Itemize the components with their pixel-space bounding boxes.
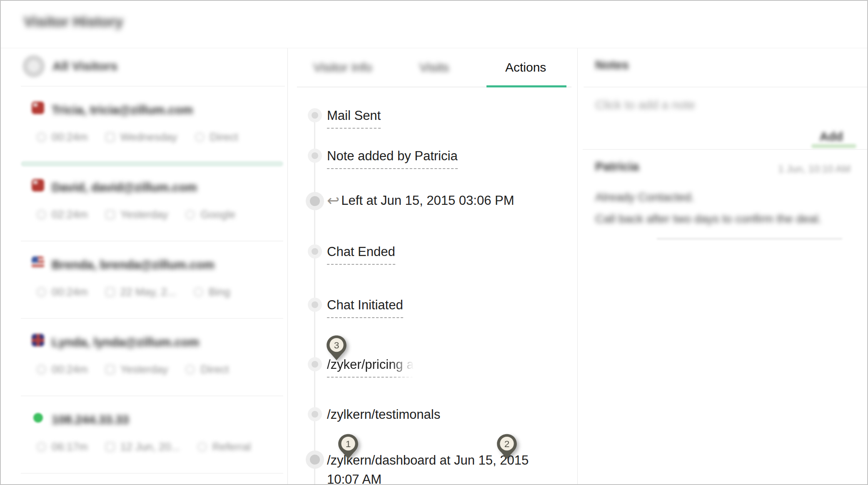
traffic-source-icon	[185, 210, 195, 219]
timeline-dot	[306, 450, 324, 469]
tab-visitor-info[interactable]: Visitor Info	[297, 48, 389, 87]
visitor-name: Lynda, lynda@zillum.com	[52, 336, 199, 349]
visitor-meta: 00:24m Yesterday Direct	[37, 363, 246, 376]
country-flag-icon	[32, 256, 44, 269]
timeline-item-left-at: ↩Left at Jun 15, 2015 03:06 PM	[327, 192, 514, 209]
visitor-list: Tricia, tricia@zillum.com 00:24m Wednesd…	[1, 87, 287, 474]
return-arrow-icon: ↩	[327, 192, 339, 209]
visitor-row-lynda[interactable]: Lynda, lynda@zillum.com 00:24m Yesterday…	[1, 319, 287, 396]
clock-icon	[37, 210, 46, 219]
last-visit: 22 May, 2...	[120, 286, 176, 298]
divider	[583, 149, 867, 150]
traffic-source-icon	[194, 287, 203, 297]
timeline-dot	[308, 407, 322, 421]
calendar-icon	[105, 442, 115, 452]
traffic-source: Referral	[212, 440, 251, 453]
visitor-name: Brenda, brenda@zillum.com	[52, 258, 215, 272]
visitor-name: Tricia, tricia@zillum.com	[52, 103, 193, 117]
timeline-dot	[308, 149, 322, 163]
traffic-source-icon	[195, 132, 205, 142]
visitor-history-window: Visitor History All Visitors Tricia, tri…	[0, 0, 868, 485]
visitor-name: David, david@zillum.com	[52, 181, 197, 194]
map-pin-icon-2[interactable]: 2	[496, 433, 518, 460]
timeline-dot	[308, 298, 322, 312]
last-visit: Yesterday	[120, 208, 168, 221]
last-visit: 12 Jun, 20...	[120, 440, 180, 453]
timeline-dot	[308, 108, 322, 122]
calendar-icon	[105, 132, 115, 142]
note-input[interactable]: Click to add a note	[595, 98, 695, 112]
timeline-item-chat-initiated[interactable]: Chat Initiated	[327, 297, 403, 318]
traffic-source-icon	[197, 442, 207, 452]
timeline-dot	[306, 192, 324, 210]
sidebar-title: All Visitors	[52, 59, 117, 73]
timeline-item-note-added[interactable]: Note added by Patricia	[327, 148, 458, 169]
visit-duration: 02:24m	[52, 208, 88, 221]
svg-text:2: 2	[504, 438, 510, 449]
visitor-meta: 00:24m 22 May, 2... Bing	[37, 286, 248, 298]
visitor-meta: 06:17m 12 Jun, 20... Referral	[37, 440, 268, 453]
note-author: Patricia	[595, 160, 639, 174]
timeline-dot	[308, 357, 322, 371]
traffic-source: Direct	[200, 363, 229, 376]
detail-tabs: Visitor Info Visits Actions	[297, 48, 571, 87]
timeline-item-mail-sent[interactable]: Mail Sent	[327, 107, 381, 129]
country-flag-icon	[32, 102, 44, 114]
country-flag-icon	[32, 179, 44, 192]
calendar-icon	[105, 287, 115, 297]
visitor-row-brenda[interactable]: Brenda, brenda@zillum.com 00:24m 22 May,…	[1, 241, 287, 319]
visitor-name: 108.244.33.33	[52, 413, 129, 427]
note-text-line: Already Contacted.	[595, 191, 694, 204]
visit-duration: 06:17m	[52, 440, 88, 453]
timeline-dot	[308, 244, 322, 259]
note-timestamp: 1 Jun, 10:10 AM	[778, 163, 851, 175]
svg-text:3: 3	[334, 340, 339, 351]
visitor-row-david[interactable]: David, david@zillum.com 02:24m Yesterday…	[1, 164, 287, 241]
visitor-row-tricia[interactable]: Tricia, tricia@zillum.com 00:24m Wednesd…	[1, 87, 287, 164]
calendar-icon	[105, 210, 115, 219]
timeline-item-chat-ended[interactable]: Chat Ended	[327, 244, 395, 265]
add-button-underline	[811, 144, 856, 148]
divider	[21, 473, 283, 474]
back-circle-icon[interactable]	[22, 55, 45, 77]
map-pin-icon-1[interactable]: 1	[337, 433, 359, 460]
traffic-source: Direct	[210, 131, 238, 144]
page-visit-label: /zylkern/dashboard at Jun 15, 2015	[327, 451, 573, 470]
traffic-source: Google	[200, 208, 235, 221]
note-text-line: Call back after two days to confirm the …	[595, 212, 821, 226]
notes-title: Notes	[595, 58, 629, 72]
country-flag-icon	[32, 334, 44, 346]
app-header: Visitor History	[1, 1, 867, 48]
sidebar-header[interactable]: All Visitors	[1, 48, 287, 87]
visitor-detail-panel: Visitor Info Visits Actions Mail Sent No…	[287, 48, 578, 484]
clock-icon	[37, 132, 46, 142]
calendar-icon	[105, 365, 115, 374]
clock-icon	[37, 287, 46, 297]
visit-duration: 00:24m	[52, 131, 88, 144]
visit-duration: 00:24m	[52, 363, 88, 376]
visitor-list-sidebar: All Visitors Tricia, tricia@zillum.com 0…	[1, 48, 287, 484]
last-visit: Wednesday	[120, 131, 177, 144]
page-visit-time: 10:07 AM	[327, 470, 573, 485]
clock-icon	[37, 365, 46, 374]
visitor-row-ip[interactable]: 108.244.33.33 06:17m 12 Jun, 20... Refer…	[1, 396, 287, 474]
visit-duration: 00:24m	[52, 286, 88, 298]
svg-text:1: 1	[346, 438, 351, 449]
last-visit: Yesterday	[120, 363, 168, 376]
timeline-item-page-testimonals[interactable]: /zylkern/testimonals	[327, 406, 440, 423]
traffic-source: Bing	[209, 286, 230, 298]
add-note-button[interactable]: Add	[820, 130, 843, 144]
visitor-meta: 02:24m Yesterday Google	[37, 208, 253, 221]
divider	[657, 238, 842, 239]
notes-panel: Notes Click to add a note Add Patricia 1…	[578, 48, 867, 484]
visitor-meta: 00:24m Wednesday Direct	[37, 131, 255, 144]
traffic-source-icon	[185, 365, 195, 374]
page-title: Visitor History	[24, 13, 123, 30]
online-status-dot	[33, 413, 43, 423]
divider	[584, 87, 867, 87]
tab-visits[interactable]: Visits	[389, 48, 480, 87]
map-pin-icon-3[interactable]: 3	[326, 335, 347, 361]
clock-icon	[37, 442, 46, 452]
tab-actions[interactable]: Actions	[480, 48, 571, 87]
timeline-item-page-dashboard[interactable]: /zylkern/dashboard at Jun 15, 2015 10:07…	[327, 451, 573, 485]
